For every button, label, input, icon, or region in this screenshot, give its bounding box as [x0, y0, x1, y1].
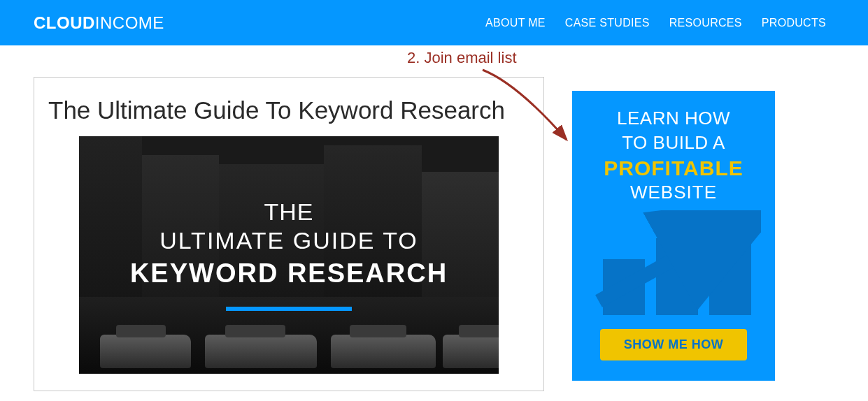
hero-line2: ULTIMATE GUIDE TO: [159, 227, 418, 254]
page-content: The Ultimate Guide To Keyword Research T…: [0, 45, 868, 391]
site-logo[interactable]: CLOUDINCOME: [34, 13, 164, 33]
promo-line3: WEBSITE: [586, 182, 761, 203]
article-title: The Ultimate Guide To Keyword Research: [48, 94, 529, 126]
annotation-label: 2. Join email list: [407, 49, 517, 67]
nav-about-me[interactable]: ABOUT ME: [485, 17, 546, 29]
hero-line1: THE: [264, 198, 314, 226]
sidebar: LEARN HOW TO BUILD A PROFITABLE WEBSITE …: [572, 91, 775, 381]
promo-chart-icon: [586, 210, 761, 315]
hero-line3: KEYWORD RESEARCH: [130, 258, 448, 289]
promo-card[interactable]: LEARN HOW TO BUILD A PROFITABLE WEBSITE …: [572, 91, 775, 381]
nav-case-studies[interactable]: CASE STUDIES: [565, 17, 650, 29]
nav-resources[interactable]: RESOURCES: [669, 17, 742, 29]
promo-cta-button[interactable]: SHOW ME HOW: [600, 329, 748, 360]
hero-text: THE ULTIMATE GUIDE TO KEYWORD RESEARCH: [79, 136, 499, 374]
logo-light: INCOME: [95, 13, 164, 32]
nav-products[interactable]: PRODUCTS: [762, 17, 826, 29]
site-header: CLOUDINCOME ABOUT ME CASE STUDIES RESOUR…: [0, 0, 868, 45]
promo-line1: LEARN HOW: [586, 106, 761, 131]
article-hero-image: THE ULTIMATE GUIDE TO KEYWORD RESEARCH: [79, 136, 499, 374]
article-card: The Ultimate Guide To Keyword Research T…: [34, 77, 544, 391]
promo-highlight: PROFITABLE: [586, 156, 761, 180]
main-nav: ABOUT ME CASE STUDIES RESOURCES PRODUCTS: [485, 17, 826, 29]
promo-line2: TO BUILD A: [586, 131, 761, 155]
svg-line-0: [599, 221, 744, 301]
hero-underline: [226, 307, 352, 311]
logo-bold: CLOUD: [34, 13, 95, 32]
